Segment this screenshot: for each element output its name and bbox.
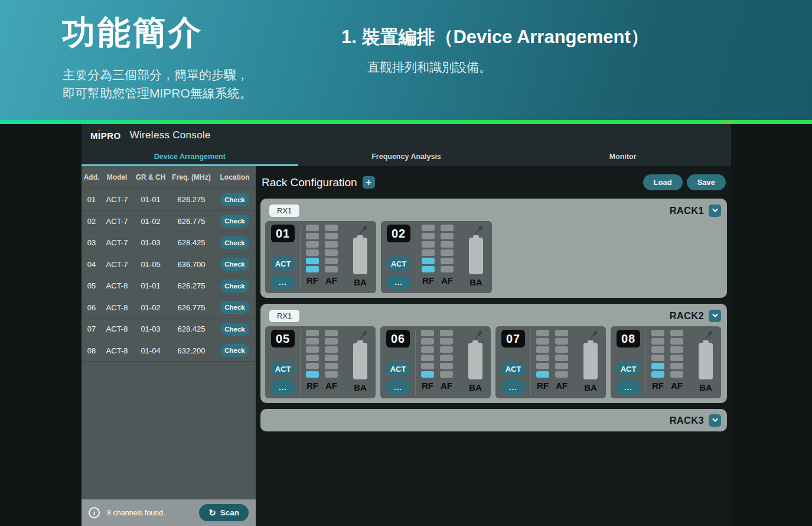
col-location: Location <box>214 173 256 181</box>
act-button[interactable]: ACT <box>616 362 641 376</box>
act-button[interactable]: ACT <box>270 362 295 376</box>
tab-frequency-analysis[interactable]: Frequency Analysis <box>298 147 515 166</box>
device-meters: RFAFBA <box>421 330 484 395</box>
table-body: 01ACT-701-01626.275Check02ACT-701-02626.… <box>81 189 256 362</box>
load-button[interactable]: Load <box>643 174 683 190</box>
cell-model: ACT-7 <box>102 260 132 269</box>
rf-segment <box>306 330 319 336</box>
cell-model: ACT-7 <box>102 238 132 247</box>
af-segments <box>670 330 683 378</box>
device-card[interactable]: 08ACT...RFAFBA <box>611 326 721 398</box>
scan-label: Scan <box>220 508 239 517</box>
divider-bar <box>0 120 812 124</box>
cell-grch: 01-05 <box>132 260 169 269</box>
device-number-badge: 02 <box>387 225 410 242</box>
rf-segment <box>651 338 664 345</box>
mic-icon <box>703 330 714 340</box>
device-controls: 01ACT... <box>270 225 296 290</box>
battery-column: BA <box>468 225 484 287</box>
cell-model: ACT-8 <box>102 281 132 290</box>
receiver-chip[interactable]: RX1 <box>269 204 300 217</box>
check-button[interactable]: Check <box>220 323 249 336</box>
rf-segment <box>536 363 549 369</box>
device-controls: 02ACT... <box>386 225 412 290</box>
cell-grch: 01-03 <box>132 238 169 247</box>
battery-bar <box>353 343 367 379</box>
slide-header: 功能簡介 主要分為三個部分，簡單的步驟， 即可幫助您管理MIPRO無線系統。 1… <box>0 0 812 120</box>
rack-header-row: Rack Configuration + Load Save <box>256 166 731 190</box>
cell-freq: 632.200 <box>169 346 214 355</box>
act-button[interactable]: ACT <box>386 256 411 271</box>
chevron-down-icon[interactable] <box>709 414 721 427</box>
ba-label: BA <box>354 382 367 392</box>
status-bar: i 8 channels found. ↻ Scan <box>81 499 256 526</box>
check-button[interactable]: Check <box>220 193 249 206</box>
af-segment <box>670 330 683 336</box>
act-button[interactable]: ACT <box>501 362 526 376</box>
meter-af: AF <box>441 225 454 285</box>
rack-name: RACK2 <box>670 310 704 322</box>
table-row: 05ACT-801-01626.275Check <box>81 275 256 297</box>
more-button[interactable]: ... <box>386 380 410 395</box>
more-button[interactable]: ... <box>501 380 526 395</box>
device-card[interactable]: 02ACT...RFAFBA <box>381 221 492 293</box>
check-button[interactable]: Check <box>220 236 249 249</box>
cell-model: ACT-8 <box>102 303 132 312</box>
af-segment <box>555 330 568 336</box>
scan-button[interactable]: ↻ Scan <box>199 504 249 521</box>
device-card[interactable]: 05ACT...RFAFBA <box>265 326 376 398</box>
af-segment <box>325 346 338 353</box>
more-button[interactable]: ... <box>616 380 641 395</box>
device-meters: RFAFBA <box>306 330 369 395</box>
check-button[interactable]: Check <box>220 258 249 271</box>
check-button[interactable]: Check <box>220 215 249 228</box>
af-label: AF <box>441 381 452 391</box>
add-rack-button[interactable]: + <box>363 176 375 189</box>
cell-freq: 626.775 <box>169 217 214 226</box>
cell-freq: 628.425 <box>169 324 214 333</box>
act-button[interactable]: ACT <box>386 362 410 376</box>
af-label: AF <box>325 381 337 391</box>
ba-label: BA <box>354 277 367 287</box>
act-button[interactable]: ACT <box>270 256 295 271</box>
af-label: AF <box>325 275 337 285</box>
meter-rf: RF <box>421 330 434 391</box>
device-card[interactable]: 06ACT...RFAFBA <box>380 326 491 398</box>
af-segment <box>325 258 338 264</box>
receiver-chip[interactable]: RX1 <box>269 309 300 323</box>
window-body: Add. Model GR & CH Freq. (MHz) Location … <box>81 166 731 526</box>
af-label: AF <box>556 381 568 391</box>
mic-icon <box>474 225 484 235</box>
battery-bar <box>469 238 483 274</box>
chevron-down-icon[interactable] <box>709 204 721 217</box>
device-card[interactable]: 07ACT...RFAFBA <box>495 326 606 398</box>
af-segment <box>441 249 454 256</box>
more-button[interactable]: ... <box>386 275 411 290</box>
tab-device-arrangement[interactable]: Device Arrangement <box>81 147 298 166</box>
rf-segment <box>306 225 319 231</box>
rf-segments <box>306 330 319 378</box>
check-button[interactable]: Check <box>220 280 249 293</box>
save-button[interactable]: Save <box>687 174 726 190</box>
af-segment <box>325 363 338 369</box>
rack-head: RX1RACK2 <box>265 309 721 323</box>
table-filler <box>81 362 256 499</box>
more-button[interactable]: ... <box>270 380 295 395</box>
check-button[interactable]: Check <box>220 344 249 357</box>
ba-label: BA <box>699 382 712 392</box>
device-card[interactable]: 01ACT...RFAFBA <box>265 221 376 293</box>
rack-area: Rack Configuration + Load Save RX1RACK10… <box>256 166 731 526</box>
af-segments <box>440 330 453 378</box>
tab-monitor[interactable]: Monitor <box>514 147 731 166</box>
check-button[interactable]: Check <box>220 301 249 314</box>
af-segment <box>325 225 338 231</box>
af-segment <box>670 355 683 361</box>
meter-af: AF <box>555 330 568 391</box>
divider <box>415 330 416 395</box>
more-button[interactable]: ... <box>270 275 295 290</box>
meter-rf: RF <box>306 225 319 285</box>
rf-segment <box>651 346 664 353</box>
af-segment <box>325 249 338 256</box>
rf-segment <box>422 233 435 239</box>
chevron-down-icon[interactable] <box>709 310 721 322</box>
